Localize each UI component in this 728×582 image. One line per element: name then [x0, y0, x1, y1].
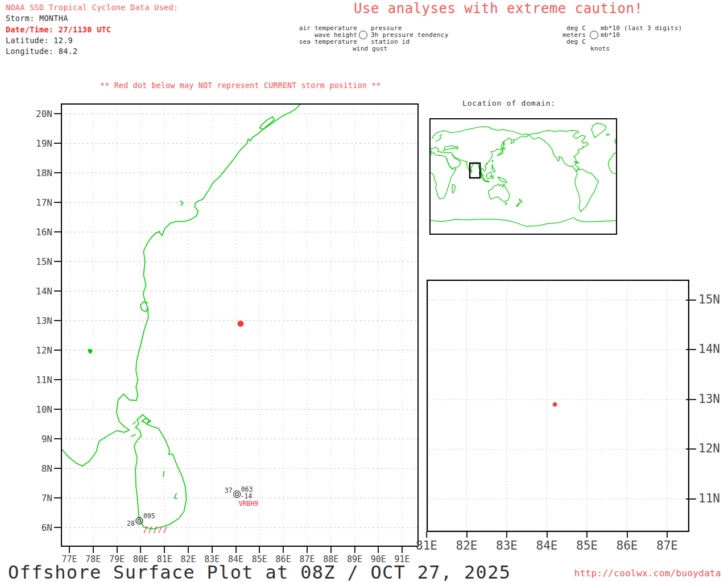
- zoom-map-y-tick-label: 11N: [698, 492, 728, 505]
- zoom-map-x-tick-label: 87E: [654, 539, 680, 552]
- main-map-y-tick: [54, 261, 61, 262]
- station-circle-icon: [359, 31, 367, 39]
- zoom-map-x-tick-label: 81E: [413, 539, 440, 552]
- zoom-map-y-tick-label: 14N: [698, 342, 728, 356]
- main-map-y-tick-label: 10N: [30, 404, 52, 415]
- main-map-x-tick-label: 86E: [271, 554, 295, 564]
- storm-position-warning: ** Red dot below may NOT represent CURRE…: [100, 81, 381, 90]
- offshore-surface-plot: NOAA SSD Tropical Cyclone Data Used: Sto…: [0, 0, 728, 582]
- main-map-x-tick-label: 82E: [176, 554, 200, 564]
- main-map-y-tick-label: 20N: [30, 109, 52, 119]
- legend-station-id-label: station id: [371, 38, 410, 45]
- main-map-x-tick: [307, 547, 308, 553]
- zoom-map-x-tick-label: 83E: [494, 539, 520, 552]
- world-inset-canvas: [429, 118, 617, 235]
- main-map-y-tick-label: 12N: [30, 345, 52, 356]
- zoom-map-x-tick: [426, 532, 427, 538]
- legend-unit-mb10: mb*10: [601, 31, 620, 39]
- main-map-y-tick-label: 13N: [30, 315, 52, 326]
- main-map-x-tick: [235, 547, 237, 553]
- world-inset-map: [429, 118, 617, 235]
- main-map-x-tick: [212, 547, 213, 553]
- main-map-x-tick: [188, 547, 189, 553]
- main-map-y-tick: [54, 202, 61, 203]
- plot-title: Offshore Surface Plot at 08Z / OCT 27, 2…: [8, 562, 511, 582]
- main-map-y-tick-label: 9N: [30, 434, 52, 444]
- main-map-canvas: 37063-14VRBH928095: [61, 103, 419, 547]
- main-map-x-tick-label: 83E: [200, 554, 224, 564]
- main-map-x-tick: [283, 547, 284, 553]
- main-map-x-tick: [330, 547, 332, 553]
- main-map-x-tick-label: 79E: [105, 554, 129, 564]
- main-map-y-tick: [54, 320, 61, 321]
- main-map-y-tick: [54, 143, 61, 144]
- header-longitude-line: Longitude: 84.2: [6, 46, 178, 57]
- zoom-map-canvas: [427, 280, 689, 532]
- main-map-y-tick: [54, 350, 61, 351]
- storm-info-block: NOAA SSD Tropical Cyclone Data Used: Sto…: [6, 2, 178, 57]
- zoom-map-x-tick: [547, 532, 548, 538]
- main-map-y-tick: [54, 379, 61, 380]
- main-map-x-tick-label: 91E: [390, 554, 414, 564]
- zoom-map-x-tick-label: 82E: [454, 539, 480, 552]
- header-noaa-line: NOAA SSD Tropical Cyclone Data Used:: [6, 2, 178, 13]
- main-map-x-tick-label: 80E: [129, 554, 152, 564]
- zoom-map-x-tick: [506, 532, 507, 538]
- zoom-map-x-tick: [586, 532, 588, 538]
- header-storm-line: Storm: MONTHA: [6, 13, 178, 24]
- main-map-y-tick-label: 8N: [30, 463, 52, 474]
- legend-wind-gust-label: wind gust: [353, 45, 387, 52]
- main-map-x-tick-label: 78E: [81, 554, 105, 564]
- main-map-y-tick: [54, 172, 61, 173]
- legend-sea-temperature-label: sea temperature: [299, 38, 357, 45]
- main-map-y-tick: [54, 409, 61, 410]
- svg-text:28: 28: [127, 519, 135, 527]
- main-map-x-tick: [117, 547, 118, 553]
- main-map-y-tick: [54, 231, 61, 232]
- main-map-y-tick-label: 18N: [30, 168, 52, 178]
- main-map-y-tick-label: 19N: [30, 138, 52, 149]
- main-map-x-tick: [140, 547, 141, 553]
- main-map: 37063-14VRBH928095: [61, 103, 419, 547]
- storm-position-dot: [237, 321, 243, 327]
- svg-text:-14: -14: [241, 492, 253, 500]
- storm-position-dot: [553, 402, 557, 407]
- zoom-map-x-tick-label: 85E: [574, 539, 600, 552]
- main-map-y-tick: [54, 113, 61, 114]
- main-map-y-tick-label: 16N: [30, 227, 52, 238]
- zoom-map-x-tick: [667, 532, 668, 538]
- zoom-map-y-tick-label: 12N: [698, 442, 728, 455]
- zoom-map-y-tick: [686, 300, 696, 301]
- zoom-map-x-tick: [627, 532, 628, 538]
- main-map-x-tick-label: 77E: [57, 554, 81, 564]
- zoom-map-y-tick-label: 15N: [698, 293, 728, 306]
- legend-unit-degc-sea: deg C: [566, 38, 586, 45]
- zoom-map-y-tick: [686, 349, 696, 350]
- main-map-x-tick: [93, 547, 94, 553]
- svg-text:VRBH9: VRBH9: [239, 500, 259, 508]
- main-map-y-tick-label: 17N: [30, 197, 52, 208]
- zoom-map-x-tick-label: 84E: [534, 539, 560, 552]
- main-map-x-tick-label: 84E: [224, 554, 248, 564]
- svg-text:37: 37: [225, 487, 233, 494]
- main-map-x-tick: [378, 547, 379, 553]
- zoom-map-x-tick-label: 86E: [614, 539, 640, 552]
- main-map-x-tick: [402, 547, 403, 553]
- main-map-x-tick: [259, 547, 260, 553]
- main-map-x-tick-label: 89E: [343, 554, 367, 564]
- header-datetime-line: Date/Time: 27/1130 UTC: [6, 24, 178, 35]
- header-latitude-line: Latitude: 12.9: [6, 35, 178, 46]
- main-map-x-tick-label: 85E: [247, 554, 271, 564]
- main-map-x-tick: [69, 547, 70, 553]
- main-map-x-tick-label: 87E: [295, 554, 319, 564]
- svg-text:095: 095: [143, 512, 155, 520]
- main-map-y-tick: [54, 468, 61, 469]
- zoom-map-y-tick: [686, 448, 696, 450]
- main-map-x-tick: [354, 547, 355, 553]
- main-map-y-tick-label: 14N: [30, 286, 52, 297]
- main-map-y-tick: [54, 290, 61, 292]
- caution-banner: Use analyses with extreme caution!: [354, 1, 643, 16]
- zoom-map-y-tick: [686, 498, 696, 500]
- main-map-y-tick-label: 7N: [30, 493, 52, 504]
- main-map-x-tick-label: 88E: [319, 554, 343, 564]
